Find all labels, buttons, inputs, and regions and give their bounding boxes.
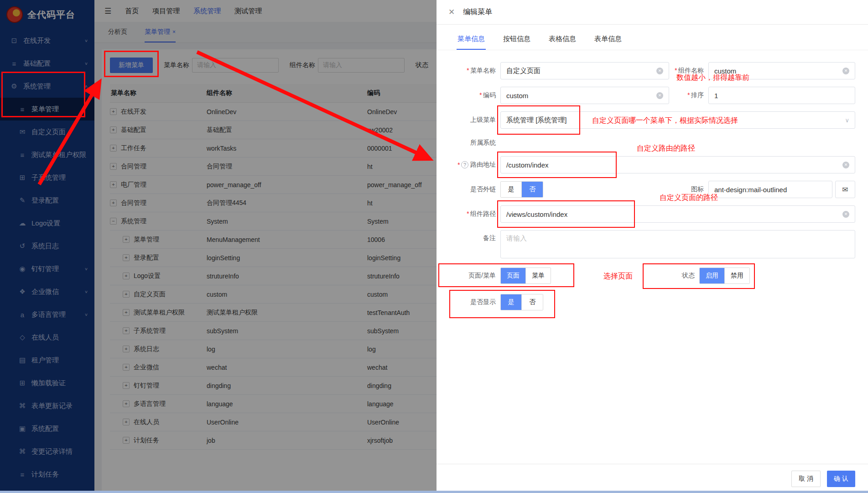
drawer-tab[interactable]: 表单信息 xyxy=(593,28,623,50)
status-segmented[interactable]: 启用禁用 xyxy=(699,267,750,284)
form-row-external: 是否外链 是否 图标 ant-design:mail-outlined ✉ xyxy=(457,181,855,198)
clear-icon[interactable]: ✕ xyxy=(656,92,663,99)
drawer-tab[interactable]: 按钮信息 xyxy=(502,28,531,50)
component-path-input[interactable]: /views/custom/index ✕ 自定义页面的路径 xyxy=(500,205,855,223)
edit-menu-drawer: ✕ 编辑菜单 菜单信息按钮信息表格信息表单信息 *菜单名称 自定义页面✕ *组件… xyxy=(437,0,868,493)
form-row-name: *菜单名称 自定义页面✕ *组件名称 custom✕ xyxy=(457,62,855,79)
required-marker: * xyxy=(467,67,469,74)
segment-option[interactable]: 是 xyxy=(501,182,522,197)
annotation-parent-tip: 自定义页面哪一个菜单下，根据实际情况选择 xyxy=(592,116,738,126)
close-icon[interactable]: ✕ xyxy=(448,7,455,17)
form-row-page-menu: 页面/菜单 页面菜单 选择页面 状态 启用禁用 xyxy=(457,267,855,284)
route-label: *?路由地址 xyxy=(457,161,500,169)
form-row-visible: 是否显示 是否 xyxy=(457,294,855,310)
segment-option[interactable]: 启用 xyxy=(700,268,725,283)
clear-icon[interactable]: ✕ xyxy=(656,68,663,74)
menu-name-input[interactable]: 自定义页面✕ xyxy=(500,62,669,79)
question-circle-icon: ? xyxy=(461,161,468,168)
external-link-label: 是否外链 xyxy=(457,185,500,194)
segment-option[interactable]: 否 xyxy=(522,294,543,310)
confirm-button[interactable]: 确 认 xyxy=(827,471,855,487)
segment-option[interactable]: 否 xyxy=(522,182,543,197)
drawer-header: ✕ 编辑菜单 xyxy=(437,0,868,25)
form-row-parent-menu: 上级菜单 系统管理 [系统管理] ∨ 自定义页面哪一个菜单下，根据实际情况选择 xyxy=(457,111,855,129)
status-label: 状态 xyxy=(667,272,699,280)
icon-field-label: 图标 xyxy=(669,185,708,194)
sort-input[interactable]: 1 xyxy=(708,87,855,104)
menu-name-label: *菜单名称 xyxy=(457,67,500,75)
component-path-label: *组件路径 xyxy=(457,210,500,218)
segment-option[interactable]: 禁用 xyxy=(725,268,749,283)
form-row-route: *?路由地址 /custom/index ✕ 自定义路由的路径 xyxy=(457,156,855,173)
route-input[interactable]: /custom/index ✕ 自定义路由的路径 xyxy=(500,156,855,173)
form-row-remark: 备注 请输入 xyxy=(457,230,855,258)
external-link-segmented[interactable]: 是否 xyxy=(500,181,543,198)
form-row-component-path: *组件路径 /views/custom/index ✕ 自定义页面的路径 xyxy=(457,205,855,223)
page-menu-label: 页面/菜单 xyxy=(457,272,500,280)
drawer-footer: 取 消 确 认 xyxy=(437,464,868,493)
segment-option[interactable]: 菜单 xyxy=(526,268,551,283)
annotation-path-tip: 自定义页面的路径 xyxy=(660,193,718,203)
system-label: 所属系统 xyxy=(457,139,500,147)
status-group: 状态 启用禁用 xyxy=(667,267,750,284)
drawer-tab[interactable]: 表格信息 xyxy=(548,28,577,50)
segment-option[interactable]: 是 xyxy=(501,294,522,310)
remark-textarea[interactable]: 请输入 xyxy=(500,230,855,258)
visible-label: 是否显示 xyxy=(457,298,500,306)
page-menu-segmented[interactable]: 页面菜单 xyxy=(500,267,551,284)
annotation-sort-tip: 数值越小，排得越靠前 xyxy=(676,73,749,83)
parent-menu-label: 上级菜单 xyxy=(457,116,500,124)
icon-input[interactable]: ant-design:mail-outlined xyxy=(708,181,832,198)
drawer-tab[interactable]: 菜单信息 xyxy=(457,28,486,50)
segment-option[interactable]: 页面 xyxy=(501,268,526,283)
code-label: *编码 xyxy=(457,91,500,100)
mail-icon[interactable]: ✉ xyxy=(835,181,855,198)
form-row-code: *编码 custom✕ *排序 1 数值越小，排得越靠前 xyxy=(457,87,855,104)
clear-icon[interactable]: ✕ xyxy=(842,211,849,218)
clear-icon[interactable]: ✕ xyxy=(842,162,849,168)
remark-label: 备注 xyxy=(457,230,500,242)
sort-label: *排序 xyxy=(669,91,708,100)
annotation-page-tip: 选择页面 xyxy=(603,272,633,281)
drawer-tabs: 菜单信息按钮信息表格信息表单信息 xyxy=(437,28,868,50)
window-bottom-strip xyxy=(0,491,868,493)
cancel-button[interactable]: 取 消 xyxy=(791,471,821,487)
visible-segmented[interactable]: 是否 xyxy=(500,294,543,310)
parent-menu-select[interactable]: 系统管理 [系统管理] ∨ 自定义页面哪一个菜单下，根据实际情况选择 xyxy=(500,111,855,129)
drawer-form: *菜单名称 自定义页面✕ *组件名称 custom✕ *编码 custom✕ *… xyxy=(437,50,868,464)
annotation-route-tip: 自定义路由的路径 xyxy=(637,144,695,153)
code-input[interactable]: custom✕ xyxy=(500,87,669,104)
chevron-down-icon: ∨ xyxy=(845,117,849,124)
clear-icon[interactable]: ✕ xyxy=(842,68,849,74)
drawer-title: 编辑菜单 xyxy=(463,7,492,17)
